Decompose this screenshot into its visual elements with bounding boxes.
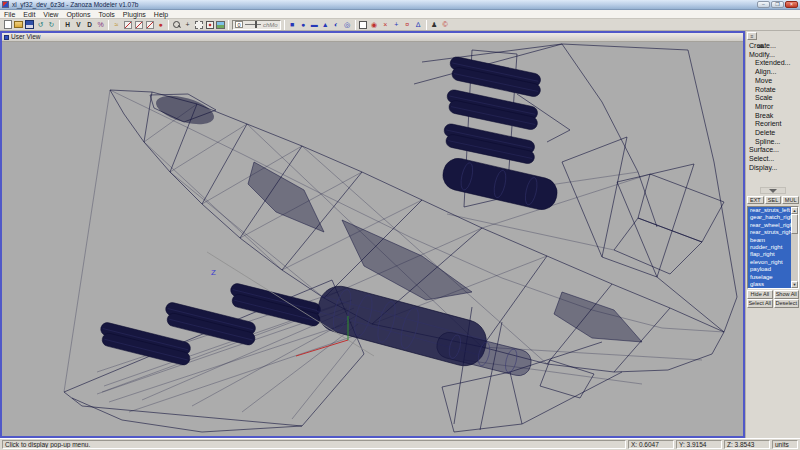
undo-icon[interactable]: ↺ [35,19,46,30]
object-item[interactable]: fuselage [748,274,791,281]
object-item[interactable]: gear_hatch_right [748,214,791,221]
viewport-header[interactable]: User View [2,33,743,42]
primitive-geosphere-icon[interactable]: ◐ [331,19,342,30]
primitive-cylinder-icon[interactable]: ▬ [309,19,320,30]
tool-cut-icon[interactable]: × [380,19,391,30]
mode-combo[interactable]: 0 chMo [232,20,281,30]
toolbar-separator [108,20,109,30]
command-surface[interactable]: Surface... [746,146,800,155]
view-d-button[interactable]: D [84,19,95,30]
command-scale[interactable]: Scale [746,94,800,103]
object-item[interactable]: glass [748,281,791,288]
redo-icon[interactable]: ↻ [46,19,57,30]
object-item[interactable]: elevon_right [748,259,791,266]
combo-value[interactable]: 0 [235,21,243,28]
menu-view[interactable]: View [39,10,62,19]
command-delete[interactable]: Delete [746,129,800,138]
coord-y: Y: 3.9154 [676,440,722,449]
save-icon[interactable] [24,19,35,30]
toolbar-separator [168,20,169,30]
menu-plugins[interactable]: Plugins [119,10,150,19]
command-mirror[interactable]: Mirror [746,103,800,112]
scroll-down-icon[interactable]: ▼ [791,281,798,288]
tool-grid-icon[interactable]: ¤ [402,19,413,30]
maximize-button[interactable]: ❐ [771,1,784,8]
object-item[interactable]: rear_wheel_right [748,222,791,229]
copy-icon[interactable] [122,19,133,30]
menu-help[interactable]: Help [150,10,172,19]
list-scrollbar[interactable]: ▲ ▼ [791,207,798,288]
minimize-button[interactable]: – [757,1,770,8]
deselect-button[interactable]: Deselect [774,299,800,308]
close-button[interactable]: × [785,1,798,8]
command-select[interactable]: Select... [746,155,800,164]
mirror-icon[interactable] [133,19,144,30]
object-item[interactable]: rear_struts_right [748,229,791,236]
zoom-extents-icon[interactable] [204,19,215,30]
snap-icon[interactable]: % [95,19,106,30]
material-sphere-icon[interactable]: ● [155,19,166,30]
pan-icon[interactable]: + [182,19,193,30]
combo-label: chMo [263,22,278,28]
zoom-icon[interactable] [171,19,182,30]
hide-all-button[interactable]: Hide All [747,290,773,299]
primitive-sphere-icon[interactable]: ● [298,19,309,30]
ext-button[interactable]: EXT [747,196,764,204]
mul-button[interactable]: MUL [782,196,799,204]
units-label: units [772,440,798,449]
command-modify[interactable]: Modify... [746,51,800,60]
select-deselect-row: Select All Deselect [747,299,799,308]
menu-edit[interactable]: Edit [19,10,39,19]
view-h-button[interactable]: H [62,19,73,30]
object-item[interactable]: rudder_right [748,244,791,251]
select-all-button[interactable]: Select All [747,299,773,308]
tool-weld-icon[interactable]: + [391,19,402,30]
zoom-region-icon[interactable] [193,19,204,30]
panel-rollup[interactable]: ≡ [746,31,800,41]
show-all-button[interactable]: Show All [774,290,800,299]
objects-list[interactable]: rear_struts_left gear_hatch_right rear_w… [747,206,799,289]
command-spline[interactable]: Spline... [746,138,800,147]
command-extended[interactable]: Extended... [746,59,800,68]
background-image-icon[interactable] [215,19,226,30]
new-icon[interactable] [2,19,13,30]
open-icon[interactable] [13,19,24,30]
aircraft-wireframe [64,44,737,432]
app-icon [2,1,9,8]
sel-button[interactable]: SEL [765,196,782,204]
command-break[interactable]: Break [746,112,800,121]
primitive-cone-icon[interactable]: ▲ [320,19,331,30]
menu-tools[interactable]: Tools [95,10,119,19]
command-align[interactable]: Align... [746,68,800,77]
dummy-icon[interactable]: ♟ [429,19,440,30]
lasso-icon[interactable]: ≈ [111,19,122,30]
panel-grid-icon[interactable]: ≡ [747,32,757,40]
command-reorient[interactable]: Reorient [746,120,800,129]
scrollbar-thumb[interactable] [791,214,798,234]
object-item[interactable]: flap_right [748,251,791,258]
primitive-torus-icon[interactable]: ◎ [342,19,353,30]
target-icon[interactable]: ◉ [369,19,380,30]
menu-file[interactable]: File [0,10,19,19]
collapse-button[interactable] [760,187,786,194]
surface-icon[interactable] [358,19,369,30]
tool-taper-icon[interactable]: ∆ [413,19,424,30]
command-rotate[interactable]: Rotate [746,86,800,95]
command-move[interactable]: Move [746,77,800,86]
object-item[interactable]: beam [748,237,791,244]
command-create[interactable]: Create... [746,42,800,51]
primitive-cube-icon[interactable]: ■ [287,19,298,30]
toolbar-separator [355,20,356,30]
object-item[interactable]: payload [748,266,791,273]
object-item[interactable]: rear_struts_left [748,207,791,214]
toolbar-separator [284,20,285,30]
scroll-up-icon[interactable]: ▲ [791,207,798,214]
viewport-canvas[interactable]: Z [2,42,743,436]
command-display[interactable]: Display... [746,164,800,173]
title-bar[interactable]: xl_yf32_dev_6z3d - Zanoza Modeler v1.07b… [0,0,800,10]
combo-slider[interactable] [245,21,261,28]
menu-options[interactable]: Options [62,10,94,19]
about-icon[interactable]: © [440,19,451,30]
view-v-button[interactable]: V [73,19,84,30]
array-icon[interactable] [144,19,155,30]
